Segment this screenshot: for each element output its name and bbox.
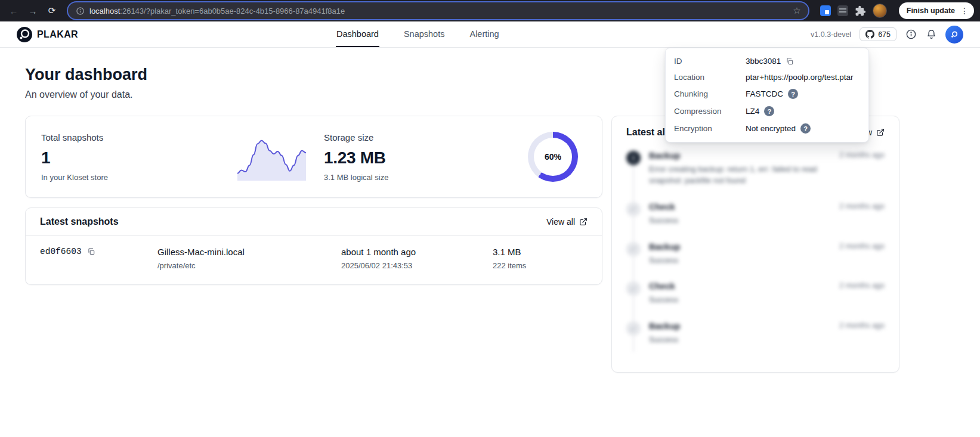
alert-time: 2 months ago (839, 281, 885, 306)
tab-snapshots[interactable]: Snapshots (403, 21, 446, 47)
address-bar[interactable]: localhost:26143/?plakar_token=6ab0b5ae-8… (68, 2, 808, 19)
total-snapshots-stat: Total snapshots 1 In your Kloset store (41, 132, 237, 182)
header-actions: v1.0.3-devel 675 (811, 26, 963, 44)
popover-row-encryption: Encryption Not encrypted ? (666, 120, 868, 137)
user-avatar[interactable] (945, 26, 963, 44)
repo-compression-value: LZ4 (746, 107, 759, 116)
url-text: localhost:26143/?plakar_token=6ab0b5ae-8… (89, 7, 345, 16)
help-icon[interactable]: ? (764, 106, 774, 116)
snapshot-id[interactable]: ed0f6603 (40, 247, 82, 256)
alert-success-icon: ✓ (626, 281, 641, 296)
browser-back-button[interactable]: ← (6, 3, 21, 18)
alert-success-icon: ✓ (626, 321, 641, 336)
tab-alerting[interactable]: Alerting (469, 21, 499, 47)
view-all-snapshots-link[interactable]: View all (546, 217, 588, 227)
latest-alerts-card: Latest alerts View ! Backup Error creati… (611, 116, 899, 373)
extensions-puzzle-icon[interactable] (855, 5, 866, 17)
alert-success-icon: ✓ (626, 202, 641, 216)
storage-size-label: Storage size (324, 132, 528, 142)
alert-item[interactable]: ✓ Backup Success 2 months ago (626, 321, 885, 346)
alert-type: Backup (649, 151, 824, 160)
popover-row-compression: Compression LZ4 ? (666, 103, 868, 120)
popover-label: Location (674, 73, 746, 82)
alert-description: Success (649, 215, 824, 227)
github-icon (865, 30, 874, 39)
alert-type: Check (649, 202, 824, 212)
alert-time: 2 months ago (839, 202, 885, 227)
latest-snapshots-card: Latest snapshots View all ed0f6603 (25, 207, 602, 285)
alert-description: Error creating backup: return 1, err: fa… (649, 164, 824, 187)
storage-size-sub: 3.1 MB logical size (324, 173, 528, 182)
alert-description: Success (649, 334, 824, 346)
help-icon[interactable]: ? (788, 89, 798, 99)
copy-icon[interactable] (786, 57, 794, 66)
popover-row-id: ID 3bbc3081 (666, 53, 868, 69)
github-stars-badge[interactable]: 675 (860, 27, 896, 41)
browser-menu-icon[interactable]: ⋮ (959, 6, 970, 16)
help-icon[interactable]: ? (800, 123, 811, 134)
popover-row-chunking: Chunking FASTCDC ? (666, 85, 868, 103)
alert-type: Backup (649, 242, 824, 252)
total-snapshots-sub: In your Kloset store (41, 173, 237, 182)
alert-success-icon: ✓ (626, 242, 641, 256)
snapshot-row[interactable]: ed0f6603 Gilless-Mac-mini.local /private… (26, 236, 602, 284)
plakar-logo-icon (17, 27, 32, 42)
repository-details-popover: ID 3bbc3081 Location ptar+https://poolp.… (665, 48, 869, 142)
github-star-count: 675 (878, 30, 891, 39)
alert-item[interactable]: ✓ Backup Success 2 months ago (626, 242, 885, 266)
plakar-logo[interactable]: PLAKAR (17, 27, 78, 42)
alert-type: Backup (649, 321, 824, 331)
snapshot-host: Gilless-Mac-mini.local (157, 247, 341, 257)
site-info-icon[interactable] (75, 6, 85, 16)
alert-time: 2 months ago (839, 242, 885, 266)
user-avatar-glyph (950, 30, 959, 39)
activity-sparkline (237, 133, 306, 181)
version-label: v1.0.3-devel (811, 30, 851, 39)
external-link-icon (876, 128, 885, 137)
repo-location-value: ptar+https://poolp.org/test.ptar (746, 73, 853, 82)
brand-name: PLAKAR (37, 29, 78, 40)
repo-encryption-value: Not encrypted (746, 124, 796, 133)
latest-snapshots-title: Latest snapshots (40, 216, 119, 227)
storage-usage-percent: 60% (545, 152, 561, 162)
snapshot-ago: about 1 month ago (341, 247, 493, 257)
tab-dashboard[interactable]: Dashboard (336, 21, 379, 47)
popover-row-location: Location ptar+https://poolp.org/test.pta… (666, 69, 868, 85)
storage-size-value: 1.23 MB (324, 148, 528, 168)
copy-icon[interactable] (87, 247, 95, 256)
snapshot-size: 3.1 MB (493, 247, 588, 257)
notifications-bell-icon[interactable] (925, 29, 937, 41)
snapshot-date: 2025/06/02 21:43:53 (341, 261, 493, 270)
snapshot-items: 222 items (493, 261, 588, 270)
browser-forward-button[interactable]: → (25, 3, 41, 18)
url-path: :26143/?plakar_token=6ab0b5ae-824c-4b15-… (120, 7, 345, 16)
app-header: PLAKAR Dashboard Snapshots Alerting v1.0… (0, 21, 980, 48)
alerts-list: ! Backup Error creating backup: return 1… (626, 151, 885, 361)
browser-profile-avatar[interactable] (873, 4, 887, 18)
alert-description: Success (649, 255, 824, 266)
alert-time: 2 months ago (839, 151, 885, 187)
alert-item[interactable]: ✓ Check Success 2 months ago (626, 281, 885, 306)
total-snapshots-value: 1 (41, 148, 237, 168)
extensions-area (820, 4, 887, 18)
total-snapshots-label: Total snapshots (41, 132, 237, 142)
alert-type: Check (649, 281, 824, 291)
browser-reload-button[interactable]: ⟳ (44, 3, 60, 18)
popover-label: Compression (674, 107, 746, 116)
stats-card: Total snapshots 1 In your Kloset store S… (25, 116, 602, 198)
bookmark-star-icon[interactable]: ☆ (793, 5, 800, 16)
extension-icon-dark[interactable] (837, 5, 848, 16)
info-icon[interactable] (905, 29, 917, 41)
alert-error-icon: ! (626, 151, 641, 165)
repo-chunking-value: FASTCDC (746, 89, 783, 98)
snapshot-path: /private/etc (157, 261, 341, 270)
popover-label: Chunking (674, 89, 746, 98)
repo-id-value: 3bbc3081 (746, 57, 781, 66)
extension-icon-blue[interactable] (820, 5, 831, 16)
main-nav: Dashboard Snapshots Alerting (336, 21, 500, 47)
alert-item[interactable]: ! Backup Error creating backup: return 1… (626, 151, 885, 187)
storage-usage-donut: 60% (528, 132, 578, 182)
finish-update-button[interactable]: Finish update ⋮ (899, 2, 974, 19)
url-host: localhost (89, 7, 120, 16)
alert-item[interactable]: ✓ Check Success 2 months ago (626, 202, 885, 227)
